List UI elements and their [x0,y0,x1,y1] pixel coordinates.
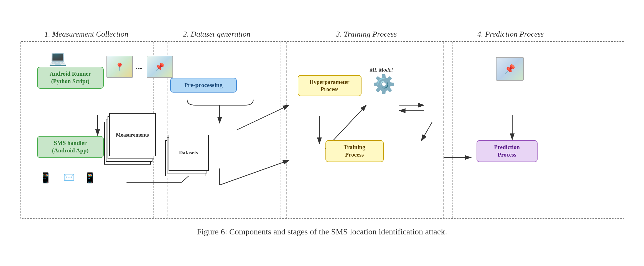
measurements-doc: Measurements [109,113,156,156]
preprocessing-label: Pre-processing [184,81,223,88]
hyperparameter-box: Hyperparameter Process [298,75,362,96]
android-runner-label: Android Runner (Python Script) [50,70,91,85]
preprocessing-box: Pre-processing [170,78,237,93]
training-process-label: Training Process [344,144,365,158]
android-runner-box: Android Runner (Python Script) [37,67,104,89]
section-3: Hyperparameter Process ML Model ⚙️ Train… [281,42,453,218]
section-1: 💻 Android Runner (Python Script) SMS han… [21,42,154,218]
dataset-doc-1: Datasets [169,135,209,171]
section-2-title: 2. Dataset generation [183,30,250,38]
ml-model-label: ML Model [370,67,393,73]
gear-icon: ⚙️ [373,74,395,95]
measurements-label: Measurements [116,132,149,138]
sms-handler-label: SMS handler (Android App) [52,140,88,154]
caption-text: Figure 6: Components and stages of the S… [197,227,447,236]
figure-caption: Figure 6: Components and stages of the S… [197,227,447,236]
main-flow: 💻 Android Runner (Python Script) SMS han… [20,41,624,219]
phone-icon-1: 📱 [39,172,52,184]
map-icon-1: 📍 [106,56,133,78]
phone-icon-2: 📱 [84,172,96,184]
section-2: Pre-processing Datasets [154,42,281,218]
prediction-map-icon: 📌 [496,57,524,81]
section-4: 📌 Prediction Process [453,42,569,218]
diagram-container: 1. Measurement Collection 2. Dataset gen… [20,30,624,236]
ellipsis: ··· [136,63,142,74]
email-icon: ✉️ [63,172,75,183]
laptop-icon: 💻 [49,50,67,66]
section-3-title: 3. Training Process [336,30,397,38]
training-process-box: Training Process [325,140,384,162]
hyperparameter-label: Hyperparameter Process [309,79,349,92]
datasets-label: Datasets [179,150,198,156]
sms-handler-box: SMS handler (Android App) [37,136,104,158]
section-1-title: 1. Measurement Collection [44,30,128,38]
prediction-process-box: Prediction Process [477,140,538,162]
section-4-title: 4. Prediction Process [477,30,544,38]
prediction-process-label: Prediction Process [494,144,520,158]
